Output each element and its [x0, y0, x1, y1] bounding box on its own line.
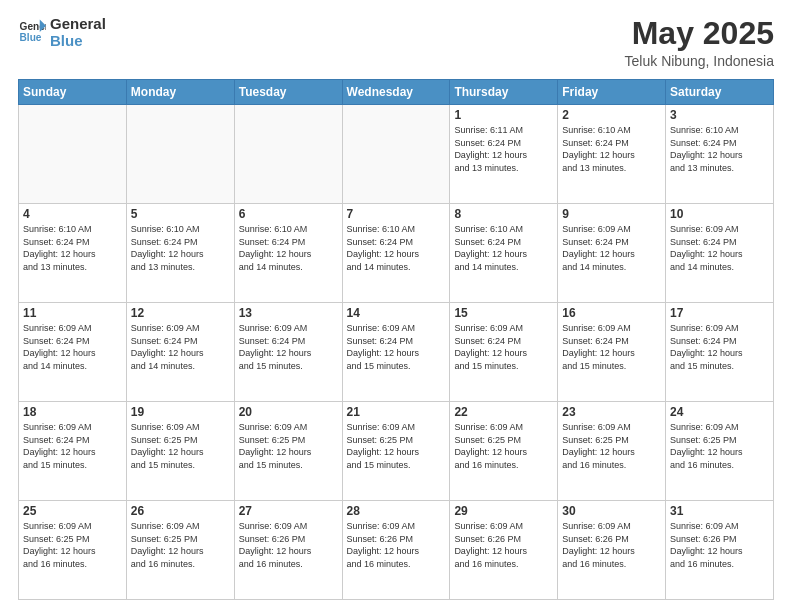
day-info: Sunrise: 6:09 AMSunset: 6:24 PMDaylight:… [562, 223, 661, 273]
day-info: Sunrise: 6:09 AMSunset: 6:25 PMDaylight:… [454, 421, 553, 471]
weekday-header-wednesday: Wednesday [342, 80, 450, 105]
day-info: Sunrise: 6:10 AMSunset: 6:24 PMDaylight:… [347, 223, 446, 273]
day-info: Sunrise: 6:09 AMSunset: 6:24 PMDaylight:… [23, 421, 122, 471]
day-number: 5 [131, 207, 230, 221]
day-info: Sunrise: 6:09 AMSunset: 6:24 PMDaylight:… [23, 322, 122, 372]
day-number: 8 [454, 207, 553, 221]
calendar-cell: 19Sunrise: 6:09 AMSunset: 6:25 PMDayligh… [126, 402, 234, 501]
calendar-cell: 16Sunrise: 6:09 AMSunset: 6:24 PMDayligh… [558, 303, 666, 402]
calendar-cell: 17Sunrise: 6:09 AMSunset: 6:24 PMDayligh… [666, 303, 774, 402]
calendar-cell: 31Sunrise: 6:09 AMSunset: 6:26 PMDayligh… [666, 501, 774, 600]
day-info: Sunrise: 6:09 AMSunset: 6:25 PMDaylight:… [347, 421, 446, 471]
calendar-cell: 2Sunrise: 6:10 AMSunset: 6:24 PMDaylight… [558, 105, 666, 204]
day-number: 28 [347, 504, 446, 518]
day-number: 27 [239, 504, 338, 518]
day-info: Sunrise: 6:09 AMSunset: 6:24 PMDaylight:… [347, 322, 446, 372]
day-info: Sunrise: 6:09 AMSunset: 6:24 PMDaylight:… [670, 223, 769, 273]
weekday-header-saturday: Saturday [666, 80, 774, 105]
day-number: 21 [347, 405, 446, 419]
day-info: Sunrise: 6:09 AMSunset: 6:26 PMDaylight:… [670, 520, 769, 570]
weekday-header-thursday: Thursday [450, 80, 558, 105]
day-info: Sunrise: 6:10 AMSunset: 6:24 PMDaylight:… [239, 223, 338, 273]
calendar-cell [19, 105, 127, 204]
calendar-cell [126, 105, 234, 204]
calendar-cell: 13Sunrise: 6:09 AMSunset: 6:24 PMDayligh… [234, 303, 342, 402]
day-number: 4 [23, 207, 122, 221]
calendar-cell: 9Sunrise: 6:09 AMSunset: 6:24 PMDaylight… [558, 204, 666, 303]
main-title: May 2025 [625, 16, 774, 51]
header: General Blue General Blue May 2025 Teluk… [18, 16, 774, 69]
day-number: 13 [239, 306, 338, 320]
logo-icon: General Blue [18, 18, 46, 46]
calendar: SundayMondayTuesdayWednesdayThursdayFrid… [18, 79, 774, 600]
day-number: 6 [239, 207, 338, 221]
calendar-cell: 3Sunrise: 6:10 AMSunset: 6:24 PMDaylight… [666, 105, 774, 204]
weekday-header-monday: Monday [126, 80, 234, 105]
day-number: 2 [562, 108, 661, 122]
day-info: Sunrise: 6:09 AMSunset: 6:25 PMDaylight:… [562, 421, 661, 471]
day-number: 3 [670, 108, 769, 122]
day-info: Sunrise: 6:09 AMSunset: 6:26 PMDaylight:… [347, 520, 446, 570]
weekday-header-tuesday: Tuesday [234, 80, 342, 105]
day-number: 26 [131, 504, 230, 518]
weekday-header-sunday: Sunday [19, 80, 127, 105]
day-number: 10 [670, 207, 769, 221]
calendar-cell: 26Sunrise: 6:09 AMSunset: 6:25 PMDayligh… [126, 501, 234, 600]
calendar-cell: 18Sunrise: 6:09 AMSunset: 6:24 PMDayligh… [19, 402, 127, 501]
day-number: 1 [454, 108, 553, 122]
calendar-cell: 21Sunrise: 6:09 AMSunset: 6:25 PMDayligh… [342, 402, 450, 501]
day-info: Sunrise: 6:09 AMSunset: 6:24 PMDaylight:… [131, 322, 230, 372]
day-number: 19 [131, 405, 230, 419]
day-number: 9 [562, 207, 661, 221]
calendar-cell: 27Sunrise: 6:09 AMSunset: 6:26 PMDayligh… [234, 501, 342, 600]
calendar-cell: 14Sunrise: 6:09 AMSunset: 6:24 PMDayligh… [342, 303, 450, 402]
calendar-cell: 22Sunrise: 6:09 AMSunset: 6:25 PMDayligh… [450, 402, 558, 501]
calendar-cell: 23Sunrise: 6:09 AMSunset: 6:25 PMDayligh… [558, 402, 666, 501]
calendar-cell: 5Sunrise: 6:10 AMSunset: 6:24 PMDaylight… [126, 204, 234, 303]
calendar-cell: 20Sunrise: 6:09 AMSunset: 6:25 PMDayligh… [234, 402, 342, 501]
logo-line1: General [50, 16, 106, 33]
calendar-cell: 24Sunrise: 6:09 AMSunset: 6:25 PMDayligh… [666, 402, 774, 501]
day-info: Sunrise: 6:09 AMSunset: 6:24 PMDaylight:… [239, 322, 338, 372]
svg-text:Blue: Blue [20, 32, 42, 43]
day-number: 14 [347, 306, 446, 320]
day-number: 11 [23, 306, 122, 320]
day-info: Sunrise: 6:09 AMSunset: 6:24 PMDaylight:… [562, 322, 661, 372]
calendar-cell [342, 105, 450, 204]
calendar-cell: 15Sunrise: 6:09 AMSunset: 6:24 PMDayligh… [450, 303, 558, 402]
day-info: Sunrise: 6:09 AMSunset: 6:24 PMDaylight:… [454, 322, 553, 372]
day-number: 29 [454, 504, 553, 518]
day-number: 18 [23, 405, 122, 419]
calendar-cell [234, 105, 342, 204]
day-info: Sunrise: 6:10 AMSunset: 6:24 PMDaylight:… [562, 124, 661, 174]
day-number: 24 [670, 405, 769, 419]
logo-line2: Blue [50, 33, 106, 50]
calendar-cell: 30Sunrise: 6:09 AMSunset: 6:26 PMDayligh… [558, 501, 666, 600]
day-number: 17 [670, 306, 769, 320]
calendar-cell: 8Sunrise: 6:10 AMSunset: 6:24 PMDaylight… [450, 204, 558, 303]
calendar-cell: 1Sunrise: 6:11 AMSunset: 6:24 PMDaylight… [450, 105, 558, 204]
title-block: May 2025 Teluk Nibung, Indonesia [625, 16, 774, 69]
subtitle: Teluk Nibung, Indonesia [625, 53, 774, 69]
day-info: Sunrise: 6:10 AMSunset: 6:24 PMDaylight:… [670, 124, 769, 174]
calendar-cell: 12Sunrise: 6:09 AMSunset: 6:24 PMDayligh… [126, 303, 234, 402]
calendar-cell: 11Sunrise: 6:09 AMSunset: 6:24 PMDayligh… [19, 303, 127, 402]
calendar-cell: 29Sunrise: 6:09 AMSunset: 6:26 PMDayligh… [450, 501, 558, 600]
calendar-cell: 25Sunrise: 6:09 AMSunset: 6:25 PMDayligh… [19, 501, 127, 600]
logo: General Blue General Blue [18, 16, 106, 49]
calendar-cell: 10Sunrise: 6:09 AMSunset: 6:24 PMDayligh… [666, 204, 774, 303]
weekday-header-friday: Friday [558, 80, 666, 105]
day-info: Sunrise: 6:09 AMSunset: 6:25 PMDaylight:… [131, 421, 230, 471]
day-number: 15 [454, 306, 553, 320]
day-number: 12 [131, 306, 230, 320]
day-number: 22 [454, 405, 553, 419]
day-number: 31 [670, 504, 769, 518]
day-info: Sunrise: 6:09 AMSunset: 6:25 PMDaylight:… [131, 520, 230, 570]
calendar-cell: 7Sunrise: 6:10 AMSunset: 6:24 PMDaylight… [342, 204, 450, 303]
day-number: 7 [347, 207, 446, 221]
day-number: 30 [562, 504, 661, 518]
calendar-cell: 6Sunrise: 6:10 AMSunset: 6:24 PMDaylight… [234, 204, 342, 303]
day-number: 16 [562, 306, 661, 320]
calendar-cell: 4Sunrise: 6:10 AMSunset: 6:24 PMDaylight… [19, 204, 127, 303]
day-info: Sunrise: 6:09 AMSunset: 6:25 PMDaylight:… [670, 421, 769, 471]
